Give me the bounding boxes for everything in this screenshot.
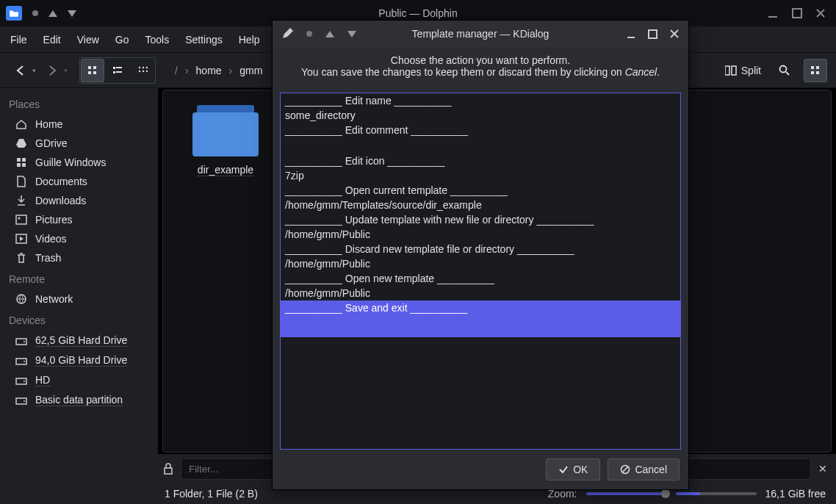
dialog-dot-icon[interactable] (306, 31, 312, 37)
list-item[interactable]: /home/gmm/Public (281, 227, 680, 242)
sidebar-item-home[interactable]: Home (0, 115, 158, 134)
minimize-icon[interactable] (767, 7, 779, 19)
dialog-maximize-icon[interactable] (648, 29, 657, 39)
sidebar-item-network[interactable]: Network (0, 289, 158, 309)
menu-go[interactable]: Go (115, 34, 129, 46)
titlebar-down-icon[interactable] (68, 10, 76, 17)
toggle-panel-button[interactable] (804, 59, 827, 82)
menu-file[interactable]: File (10, 34, 27, 46)
svg-rect-24 (811, 71, 814, 74)
menu-help[interactable]: Help (239, 34, 260, 46)
maximize-icon[interactable] (792, 8, 802, 18)
ok-button[interactable]: OK (546, 458, 600, 480)
svg-point-35 (24, 341, 25, 342)
sidebar-item-windows[interactable]: Guille Windows (0, 153, 158, 172)
svg-rect-25 (816, 71, 819, 74)
menu-settings[interactable]: Settings (185, 34, 223, 46)
app-logo-icon (6, 6, 22, 21)
dialog-list[interactable]: __________ Edit name __________ some_dir… (280, 93, 681, 450)
sidebar-item-drive1[interactable]: 62,5 GiB Hard Drive (0, 331, 158, 350)
dialog-line2: You can save the changes to keep them or… (281, 66, 680, 78)
split-button[interactable]: Split (721, 59, 765, 82)
back-button[interactable] (9, 59, 32, 82)
cancel-icon (620, 464, 630, 475)
sidebar-item-documents[interactable]: Documents (0, 172, 158, 191)
remote-header: Remote (0, 267, 158, 289)
list-item[interactable]: __________ Discard new template file or … (281, 242, 680, 256)
svg-point-12 (139, 66, 140, 68)
split-label: Split (741, 65, 761, 76)
svg-rect-18 (725, 66, 729, 75)
zoom-slider-right[interactable] (676, 492, 757, 495)
list-item[interactable]: __________ Edit name __________ (281, 93, 680, 108)
svg-point-17 (146, 70, 148, 71)
sidebar-item-gdrive[interactable]: GDrive (0, 134, 158, 153)
list-item[interactable]: 7zip (281, 168, 680, 183)
close-icon[interactable] (815, 8, 826, 18)
svg-rect-10 (113, 71, 115, 73)
devices-header: Devices (0, 309, 158, 331)
trash-icon (15, 252, 28, 264)
sidebar-item-videos[interactable]: Videos (0, 229, 158, 248)
svg-line-21 (786, 72, 789, 75)
menu-view[interactable]: View (77, 34, 99, 46)
list-item[interactable]: /home/gmm/Public (281, 256, 680, 271)
list-item[interactable]: __________ Edit comment __________ (281, 123, 680, 137)
chevron-right-icon: › (185, 65, 189, 76)
crumb-home[interactable]: home (196, 65, 222, 76)
dialog-up-icon[interactable] (325, 31, 334, 37)
sidebar-item-drive2[interactable]: 94,0 GiB Hard Drive (0, 350, 158, 370)
titlebar-dot-icon[interactable] (32, 10, 38, 16)
sidebar-item-hd[interactable]: HD (0, 370, 158, 390)
list-item[interactable] (281, 137, 680, 154)
dialog-titlebar: Template manager — KDialog (273, 21, 688, 47)
list-item[interactable]: __________ Open new template __________ (281, 271, 680, 286)
svg-line-48 (622, 467, 628, 472)
template-manager-dialog: Template manager — KDialog Choose the ac… (272, 20, 689, 490)
dialog-buttons: OK Cancel (273, 454, 688, 489)
sidebar-item-pictures[interactable]: Pictures (0, 210, 158, 229)
downloads-icon (15, 195, 28, 206)
dialog-close-icon[interactable] (669, 29, 680, 39)
videos-icon (15, 234, 28, 244)
list-item[interactable]: __________ Update template with new file… (281, 212, 680, 227)
svg-point-37 (24, 361, 25, 362)
svg-rect-19 (732, 66, 736, 75)
forward-button[interactable] (40, 59, 64, 82)
drive-icon (15, 336, 28, 346)
sidebar-item-trash[interactable]: Trash (0, 248, 158, 267)
view-compact-button[interactable] (106, 59, 129, 82)
list-item-selected[interactable]: __________ Save and exit __________ (281, 300, 680, 337)
menu-edit[interactable]: Edit (43, 34, 61, 46)
sidebar-item-downloads[interactable]: Downloads (0, 191, 158, 210)
sidebar-item-basic[interactable]: Basic data partition (0, 390, 158, 410)
menu-tools[interactable]: Tools (145, 34, 169, 46)
svg-rect-26 (17, 158, 21, 162)
filter-close-button[interactable]: ✕ (818, 463, 827, 475)
list-item[interactable]: /home/gmm/Templates/source/dir_example (281, 198, 680, 212)
cancel-button[interactable]: Cancel (608, 458, 680, 480)
folder-tile[interactable]: dir_example (178, 105, 273, 176)
list-item[interactable]: __________ Open current template _______… (281, 183, 680, 198)
list-item[interactable]: /home/gmm/Public (281, 286, 680, 300)
svg-point-20 (780, 65, 787, 72)
view-icons-button[interactable] (81, 59, 104, 82)
dialog-down-icon[interactable] (347, 31, 356, 37)
svg-rect-23 (816, 66, 819, 69)
zoom-slider-left[interactable] (586, 492, 667, 495)
search-button[interactable] (773, 59, 796, 82)
crumb-user[interactable]: gmm (239, 65, 262, 76)
dialog-minimize-icon[interactable] (626, 29, 636, 39)
lock-icon[interactable] (163, 463, 173, 475)
svg-rect-4 (88, 66, 91, 69)
view-details-button[interactable] (131, 59, 154, 82)
svg-point-14 (146, 66, 148, 68)
list-item[interactable]: __________ Edit icon __________ (281, 154, 680, 168)
svg-rect-11 (116, 71, 122, 73)
crumb-root[interactable]: / (175, 65, 178, 76)
titlebar-up-icon[interactable] (48, 10, 57, 17)
pencil-icon[interactable] (281, 28, 293, 40)
svg-rect-1 (793, 9, 801, 18)
list-item[interactable]: some_directory (281, 108, 680, 123)
dialog-body: Choose the action you want to perform. Y… (273, 47, 688, 85)
